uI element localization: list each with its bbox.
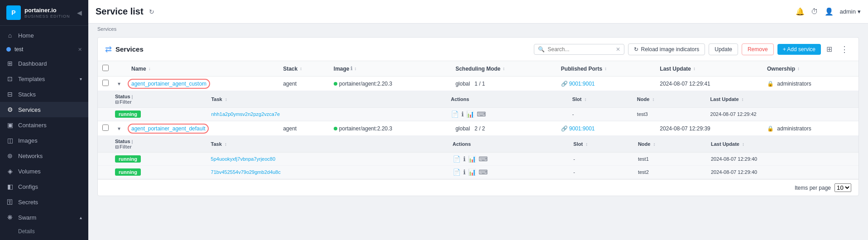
update-button[interactable]: Update xyxy=(709,43,738,55)
remove-button[interactable]: Remove xyxy=(742,43,774,55)
items-per-page-select[interactable]: 10 25 50 xyxy=(834,183,851,192)
sort-scheduling-icon[interactable]: ↕ xyxy=(503,66,505,71)
task1-actions: 📄 ℹ 📊 ⌨ xyxy=(446,108,568,121)
sidebar-item-configs[interactable]: ◧ Configs xyxy=(0,179,88,194)
content-area: ⇄ Services 🔍 ✕ ↻ Reload image indicators… xyxy=(88,32,868,240)
service1-port-link[interactable]: 🔗 9001:9001 xyxy=(561,81,651,87)
sort-ports-icon[interactable]: ↕ xyxy=(604,66,607,71)
sidebar-item-templates-label: Templates xyxy=(18,76,45,82)
dashboard-icon: ⊞ xyxy=(6,60,14,67)
sub-sort-slot-icon[interactable]: ↕ xyxy=(585,97,587,102)
task2b-terminal-icon[interactable]: ⌨ xyxy=(479,168,488,176)
topbar: Service list ↻ 🔔 ⏱ 👤 admin ▾ xyxy=(88,0,868,24)
task2b-name: 71bv452554v79o29gmb2d4u8c xyxy=(206,166,423,179)
sub2-sort-slot-icon[interactable]: ↕ xyxy=(585,142,588,147)
service1-name-link[interactable]: agent_portainer_agent_custom xyxy=(131,81,206,87)
task2b-node: test2 xyxy=(633,166,706,179)
sub2-filter-button[interactable]: ⊟ Filter xyxy=(115,144,202,149)
task2b-file-icon[interactable]: 📄 xyxy=(453,168,460,176)
sidebar-collapse-button[interactable]: ◀ xyxy=(77,9,82,16)
service2-expand-icon[interactable]: ▾ xyxy=(118,125,120,132)
sidebar-item-templates[interactable]: ⊡ Templates ▾ xyxy=(0,71,88,86)
select-all-checkbox[interactable] xyxy=(102,65,109,71)
service2-checkbox[interactable] xyxy=(102,125,109,131)
task2b-chart-icon[interactable]: 📊 xyxy=(468,168,476,176)
sub-sort-task-icon[interactable]: ↕ xyxy=(225,97,227,102)
items-per-page-label: Items per page xyxy=(795,185,831,191)
sidebar-env-test[interactable]: test ✕ xyxy=(0,43,88,56)
task2a-info-icon[interactable]: ℹ xyxy=(463,155,465,163)
refresh-icon[interactable]: ↻ xyxy=(149,8,154,15)
service2-port-link[interactable]: 🔗 9001:9001 xyxy=(561,125,651,132)
templates-expand-icon: ▾ xyxy=(80,77,82,82)
sort-image-icon[interactable]: ↕ xyxy=(355,66,357,71)
service1-ownership: 🔒 administrators xyxy=(762,77,858,91)
env-close-icon[interactable]: ✕ xyxy=(78,47,82,53)
task1-info-icon[interactable]: ℹ xyxy=(461,110,464,118)
sidebar-item-volumes[interactable]: ◈ Volumes xyxy=(0,163,88,179)
search-box[interactable]: 🔍 ✕ xyxy=(534,44,624,55)
sidebar-item-details[interactable]: Details xyxy=(0,225,88,238)
table-row: ▾ agent_portainer_agent_default agent po… xyxy=(98,121,858,136)
sidebar-item-swarm[interactable]: ❋ Swarm ▴ xyxy=(0,210,88,225)
sidebar-item-stacks[interactable]: ⊟ Stacks xyxy=(0,86,88,102)
task1-slot: - xyxy=(568,108,633,121)
task2b-link[interactable]: 71bv452554v79o29gmb2d4u8c xyxy=(211,169,281,175)
service2-scheduling: global 2 / 2 xyxy=(451,121,556,136)
more-options-button[interactable]: ⋮ xyxy=(838,43,851,55)
sub-th-node: Node ↕ xyxy=(633,91,706,108)
sidebar-item-dashboard[interactable]: ⊞ Dashboard xyxy=(0,56,88,71)
sub2-sort-task-icon[interactable]: ↕ xyxy=(225,142,227,147)
user-icon[interactable]: 👤 xyxy=(825,7,834,16)
sidebar-item-home[interactable]: ⌂ Home xyxy=(0,28,88,43)
panel-actions: 🔍 ✕ ↻ Reload image indicators Update Rem… xyxy=(534,43,851,55)
sort-name-icon[interactable]: ↓ xyxy=(149,66,151,71)
sidebar-item-networks[interactable]: ⊛ Networks xyxy=(0,148,88,163)
task1-chart-icon[interactable]: 📊 xyxy=(466,110,474,118)
status-badge: running xyxy=(115,155,141,163)
service1-expand-icon[interactable]: ▾ xyxy=(118,81,120,87)
sort-ownership-icon[interactable]: ↕ xyxy=(797,66,800,71)
task2a-terminal-icon[interactable]: ⌨ xyxy=(479,155,488,163)
th-stack: Stack↕ xyxy=(278,61,329,77)
task2b-action-icons: 📄 ℹ 📊 ⌨ xyxy=(453,168,565,176)
sub-filter-button[interactable]: ⊟ Filter xyxy=(115,99,202,105)
search-input[interactable] xyxy=(547,46,613,53)
reload-image-indicators-button[interactable]: ↻ Reload image indicators xyxy=(628,43,705,55)
notifications-icon[interactable]: 🔔 xyxy=(796,7,805,16)
sub-sort-last-update-icon[interactable]: ↕ xyxy=(742,97,744,102)
sub-sort-node-icon[interactable]: ↕ xyxy=(652,97,654,102)
service2-name-link[interactable]: agent_portainer_agent_default xyxy=(131,125,205,132)
panel-title: Services xyxy=(115,45,144,53)
task2a-chart-icon[interactable]: 📊 xyxy=(468,155,476,163)
sidebar-item-services[interactable]: ⚙ Services xyxy=(0,102,88,117)
service1-checkbox[interactable] xyxy=(102,80,109,86)
sub-th-status: Status | ⊟ Filter xyxy=(110,91,206,108)
sort-last-update-icon[interactable]: ↕ xyxy=(693,66,695,71)
sort-stack-icon[interactable]: ↕ xyxy=(300,66,302,71)
env-label: test xyxy=(14,46,74,53)
task2a-file-icon[interactable]: 📄 xyxy=(453,155,460,163)
user-menu[interactable]: admin ▾ xyxy=(840,8,861,15)
task2b-info-icon[interactable]: ℹ xyxy=(463,168,465,176)
clock-icon[interactable]: ⏱ xyxy=(811,8,818,16)
sub2-sort-last-update-icon[interactable]: ↕ xyxy=(742,142,744,147)
sidebar-item-secrets[interactable]: ⚿ Secrets xyxy=(0,194,88,210)
swarm-icon: ❋ xyxy=(6,214,14,221)
grid-view-button[interactable]: ⊞ xyxy=(825,43,834,55)
task1-file-icon[interactable]: 📄 xyxy=(451,110,459,118)
task1-link[interactable]: nhh1a2p0ymsv2n2pzg2vzca7e xyxy=(211,111,280,117)
add-service-button[interactable]: + Add service xyxy=(777,44,821,55)
task2a-name: 5p4uookyxfj7vbnpa7yrjeoc80 xyxy=(206,153,423,166)
sidebar-item-containers[interactable]: ▣ Containers xyxy=(0,117,88,133)
search-clear-icon[interactable]: ✕ xyxy=(616,46,620,53)
task1-terminal-icon[interactable]: ⌨ xyxy=(477,110,486,118)
sub2-sort-node-icon[interactable]: ↕ xyxy=(653,142,655,147)
sidebar-item-setup[interactable]: Setup xyxy=(0,238,88,240)
service2-last-update: 2024-08-07 12:29:39 xyxy=(655,121,762,136)
breadcrumb: Services xyxy=(88,24,868,32)
table-header: Name↓ Stack↕ Image ℹ↕ Scheduling Mode↕ P… xyxy=(98,61,858,77)
sidebar-item-images[interactable]: ◫ Images xyxy=(0,133,88,148)
main-content: Service list ↻ 🔔 ⏱ 👤 admin ▾ Services ⇄ … xyxy=(88,0,868,240)
task2a-link[interactable]: 5p4uookyxfj7vbnpa7yrjeoc80 xyxy=(211,156,276,162)
